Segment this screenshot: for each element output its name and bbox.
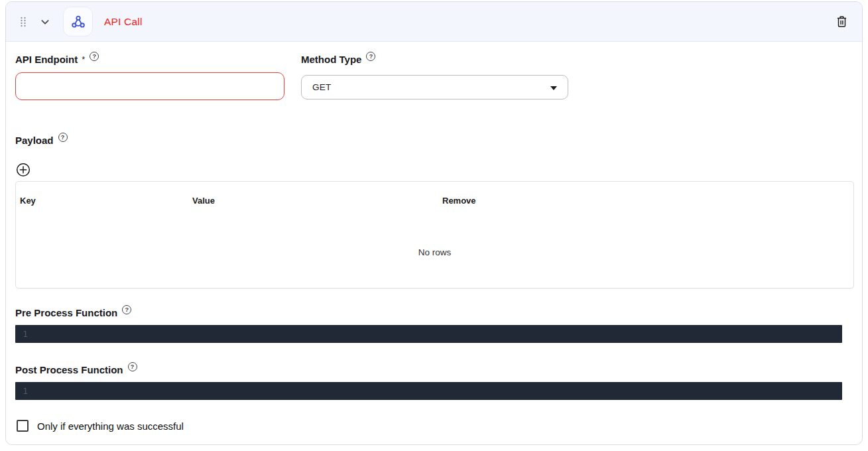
payload-label-text: Payload xyxy=(15,135,54,146)
help-icon[interactable]: ? xyxy=(58,133,68,142)
method-type-field-group: Method Type ? GET xyxy=(301,54,568,100)
required-asterisk: * xyxy=(82,54,85,64)
api-endpoint-label-text: API Endpoint xyxy=(15,54,78,65)
payload-label: Payload ? xyxy=(15,135,853,146)
api-endpoint-label: API Endpoint * ? xyxy=(15,54,99,65)
line-number: 1 xyxy=(15,387,35,396)
node-header: API Call xyxy=(6,2,862,42)
success-condition-row: Only if everything was successful xyxy=(15,420,853,432)
payload-table: Key Value Remove No rows xyxy=(15,181,854,289)
endpoint-method-row: API Endpoint * ? Method Type ? GET xyxy=(15,54,853,100)
post-process-label-text: Post Process Function xyxy=(15,364,123,375)
empty-table-message: No rows xyxy=(16,247,853,257)
pre-process-label-text: Pre Process Function xyxy=(15,307,117,318)
method-type-value: GET xyxy=(312,82,332,92)
webhook-icon xyxy=(63,7,93,36)
pre-process-label: Pre Process Function ? xyxy=(15,307,853,318)
method-type-label: Method Type ? xyxy=(301,54,375,65)
post-process-label: Post Process Function ? xyxy=(15,364,853,375)
api-endpoint-field-group: API Endpoint * ? xyxy=(15,54,284,100)
help-icon[interactable]: ? xyxy=(128,362,137,371)
delete-node-button[interactable] xyxy=(834,13,850,30)
help-icon[interactable]: ? xyxy=(122,305,131,314)
success-checkbox-label[interactable]: Only if everything was successful xyxy=(37,420,184,432)
node-title: API Call xyxy=(104,16,143,28)
column-header-remove[interactable]: Remove xyxy=(438,196,853,206)
select-caret-icon xyxy=(550,86,557,90)
chevron-down-icon[interactable] xyxy=(39,16,51,28)
method-type-select[interactable]: GET xyxy=(301,75,568,99)
success-checkbox[interactable] xyxy=(17,420,29,432)
node-body: API Endpoint * ? Method Type ? GET Paylo… xyxy=(6,42,862,432)
method-type-label-text: Method Type xyxy=(301,54,361,65)
line-number: 1 xyxy=(15,330,35,339)
pre-process-code-editor[interactable]: 1 xyxy=(15,325,842,343)
drag-handle-icon[interactable] xyxy=(18,15,29,29)
post-process-code-editor[interactable]: 1 xyxy=(15,382,842,400)
column-header-value[interactable]: Value xyxy=(188,196,438,206)
help-icon[interactable]: ? xyxy=(366,52,375,61)
api-call-node-card: API Call API Endpoint * ? xyxy=(5,1,863,445)
column-header-key[interactable]: Key xyxy=(16,196,188,206)
add-payload-row-button[interactable] xyxy=(15,162,31,178)
payload-table-header: Key Value Remove xyxy=(16,182,853,219)
help-icon[interactable]: ? xyxy=(90,52,99,61)
api-endpoint-input[interactable] xyxy=(15,72,284,100)
